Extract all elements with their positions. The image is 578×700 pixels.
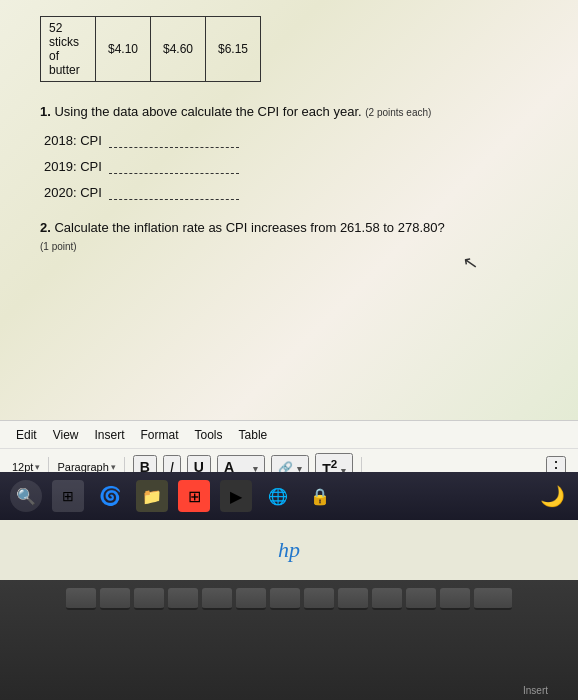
table-col2: $4.60 xyxy=(151,17,206,82)
taskbar: 🔍 ⊞ 🌀 📁 ⊞ ▶ 🌐 🔒 🌙 xyxy=(0,472,578,520)
q2-note: (1 point) xyxy=(40,239,538,254)
taskbar-media-icon[interactable]: ▶ xyxy=(220,480,252,512)
cpi-row-2018: 2018: CPI xyxy=(40,132,538,148)
key-special-1[interactable] xyxy=(474,588,512,610)
taskbar-folder-icon[interactable]: 📁 xyxy=(136,480,168,512)
data-table: 52sticksofbutter $4.10 $4.60 $6.15 xyxy=(40,16,261,82)
cpi-row-2019: 2019: CPI xyxy=(40,158,538,174)
question1-text: 1. Using the data above calculate the CP… xyxy=(40,102,538,122)
table-col1: $4.10 xyxy=(96,17,151,82)
laptop-screen: 52sticksofbutter $4.10 $4.60 $6.15 1. Us… xyxy=(0,0,578,580)
menu-tools[interactable]: Tools xyxy=(195,428,223,442)
table-col3: $6.15 xyxy=(206,17,261,82)
menu-view[interactable]: View xyxy=(53,428,79,442)
q2-number: 2. xyxy=(40,220,51,235)
key-5[interactable] xyxy=(236,588,266,610)
cpi-line-2020 xyxy=(109,184,239,200)
taskbar-grid-icon[interactable]: ⊞ xyxy=(178,480,210,512)
q1-note: (2 points each) xyxy=(365,107,431,118)
key-fn[interactable] xyxy=(66,588,96,610)
table-label: 52sticksofbutter xyxy=(41,17,96,82)
fontsize-chevron: ▾ xyxy=(35,462,40,472)
cpi-label-2018: 2018: CPI xyxy=(44,133,102,148)
menu-edit[interactable]: Edit xyxy=(16,428,37,442)
taskbar-moon-icon[interactable]: 🌙 xyxy=(536,480,568,512)
q2-body: Calculate the inflation rate as CPI incr… xyxy=(54,220,444,235)
key-8[interactable] xyxy=(338,588,368,610)
key-9[interactable] xyxy=(372,588,402,610)
menu-table[interactable]: Table xyxy=(239,428,268,442)
key-4[interactable] xyxy=(202,588,232,610)
key-6[interactable] xyxy=(270,588,300,610)
q1-number: 1. xyxy=(40,104,51,119)
question2-text: 2. Calculate the inflation rate as CPI i… xyxy=(40,218,538,255)
hp-logo: hp xyxy=(278,537,300,563)
key-1[interactable] xyxy=(100,588,130,610)
taskbar-web-icon[interactable]: 🌐 xyxy=(262,480,294,512)
hp-logo-area: hp xyxy=(0,530,578,570)
keyboard-area: Insert xyxy=(0,580,578,700)
cpi-line-2019 xyxy=(109,158,239,174)
insert-label: Insert xyxy=(523,685,548,696)
menu-insert[interactable]: Insert xyxy=(94,428,124,442)
document-area: 52sticksofbutter $4.10 $4.60 $6.15 1. Us… xyxy=(0,0,578,500)
cpi-label-2020: 2020: CPI xyxy=(44,185,102,200)
question2-section: 2. Calculate the inflation rate as CPI i… xyxy=(40,218,538,255)
key-7[interactable] xyxy=(304,588,334,610)
style-chevron: ▾ xyxy=(111,462,116,472)
q1-body: Using the data above calculate the CPI f… xyxy=(54,104,361,119)
menu-bar: Edit View Insert Format Tools Table xyxy=(0,421,578,449)
key-2[interactable] xyxy=(134,588,164,610)
menu-format[interactable]: Format xyxy=(141,428,179,442)
taskbar-lock-icon[interactable]: 🔒 xyxy=(304,480,336,512)
cpi-row-2020: 2020: CPI xyxy=(40,184,538,200)
taskbar-edge-icon[interactable]: 🌀 xyxy=(94,480,126,512)
question1-section: 1. Using the data above calculate the CP… xyxy=(40,102,538,200)
key-11[interactable] xyxy=(440,588,470,610)
taskbar-windows-icon[interactable]: ⊞ xyxy=(52,480,84,512)
cpi-label-2019: 2019: CPI xyxy=(44,159,102,174)
key-10[interactable] xyxy=(406,588,436,610)
taskbar-search-icon[interactable]: 🔍 xyxy=(10,480,42,512)
cursor-icon: ↖ xyxy=(461,251,480,275)
cpi-line-2018 xyxy=(109,132,239,148)
key-3[interactable] xyxy=(168,588,198,610)
